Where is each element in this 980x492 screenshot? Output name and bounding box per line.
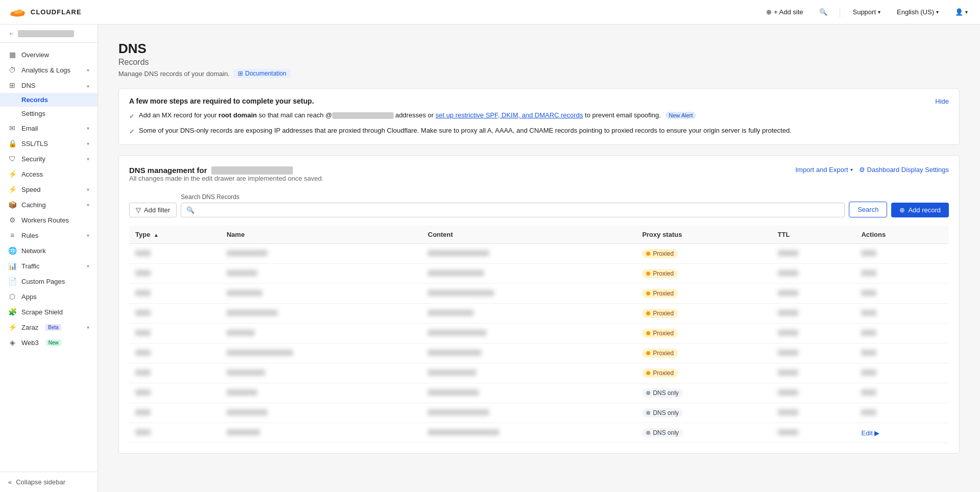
collapse-label: Collapse sidebar [16, 478, 65, 486]
alert-item-2: ✓ Some of your DNS-only records are expo… [129, 126, 949, 137]
search-button[interactable]: 🔍 [815, 6, 831, 18]
edit-link[interactable] [861, 389, 876, 396]
col-actions: Actions [855, 226, 949, 244]
language-dropdown[interactable]: English (US) ▾ [893, 6, 943, 18]
search-dns-input[interactable] [198, 203, 839, 217]
import-export-chevron-icon: ▾ [850, 167, 853, 173]
dns-management-title: DNS management for [129, 166, 324, 175]
search-btn-label: Search [857, 206, 878, 213]
custom-pages-icon: 📄 [8, 277, 16, 285]
nav-divider [840, 7, 840, 17]
sidebar-item-label: Access [21, 170, 43, 178]
cell-content [422, 423, 636, 443]
dns-management-subtitle: All changes made in the edit drawer are … [129, 175, 324, 182]
table-body: Proxied Proxied [129, 244, 949, 443]
sidebar-item-dns-records[interactable]: Records [0, 93, 97, 107]
col-name: Name [220, 226, 422, 244]
proxied-badge: Proxied [642, 309, 678, 318]
apps-icon: ⬡ [8, 292, 16, 301]
sidebar-item-dns-settings[interactable]: Settings [0, 107, 97, 120]
sidebar-item-label: Zaraz [21, 324, 38, 331]
sidebar-item-overview[interactable]: ▦ Overview [0, 47, 97, 62]
proxy-dot-icon [646, 311, 650, 315]
add-record-button[interactable]: ⊕ Add record [891, 203, 949, 217]
dns-management-header: DNS management for All changes made in t… [129, 166, 949, 190]
sidebar-item-web3[interactable]: ◈ Web3 New [0, 335, 97, 350]
user-dropdown[interactable]: 👤 ▾ [951, 6, 972, 18]
sidebar-item-speed[interactable]: ⚡ Speed ▾ [0, 182, 97, 197]
table-row: Proxied [129, 324, 949, 343]
table-row: DNS only Edit ▶ [129, 423, 949, 443]
edit-link[interactable] [861, 409, 876, 415]
cell-name [220, 423, 422, 443]
cell-proxy-status: Proxied [636, 244, 771, 264]
cell-type [129, 403, 220, 423]
sidebar-item-custom-pages[interactable]: 📄 Custom Pages [0, 274, 97, 289]
proxy-dot-icon [646, 351, 650, 355]
sidebar-item-label: Overview [21, 51, 49, 59]
search-button[interactable]: Search [849, 202, 887, 217]
edit-link[interactable]: Edit ▶ [861, 429, 879, 437]
alert-item-1: ✓ Add an MX record for your root domain … [129, 110, 949, 121]
documentation-link[interactable]: ⊞ Documentation [234, 69, 290, 78]
overview-icon: ▦ [8, 51, 16, 59]
sidebar-item-dns[interactable]: ⊞ DNS ▴ [0, 78, 97, 93]
web3-new-badge: New [46, 339, 61, 346]
col-ttl: TTL [772, 226, 855, 244]
sidebar-item-zaraz[interactable]: ⚡ Zaraz Beta ▾ [0, 319, 97, 335]
edit-link[interactable] [861, 270, 876, 276]
alert-hide-button[interactable]: Hide [935, 97, 949, 105]
sidebar-back-button[interactable]: ← [0, 24, 97, 43]
cell-ttl [772, 284, 855, 304]
sidebar-item-analytics-logs[interactable]: ⏱ Analytics & Logs ▾ [0, 62, 97, 78]
edit-link[interactable] [861, 370, 876, 376]
cell-type [129, 363, 220, 383]
cell-ttl [772, 403, 855, 423]
language-label: English (US) [897, 8, 934, 16]
sidebar-item-traffic[interactable]: 📊 Traffic ▾ [0, 258, 97, 274]
edit-link[interactable] [861, 310, 876, 316]
sidebar-item-workers-routes[interactable]: ⚙ Workers Routes [0, 212, 97, 228]
import-export-button[interactable]: Import and Export ▾ [795, 166, 852, 174]
sidebar-item-ssl-tls[interactable]: 🔒 SSL/TLS ▾ [0, 136, 97, 151]
search-filter-row: ▽ Add filter Search DNS Records 🔍 Search… [129, 193, 949, 217]
sidebar-item-label: Security [21, 155, 45, 163]
sidebar-item-caching[interactable]: 📦 Caching ▾ [0, 197, 97, 212]
dns-only-badge: DNS only [642, 408, 683, 417]
edit-link[interactable] [861, 330, 876, 336]
cell-actions [855, 244, 949, 264]
sidebar-item-label: Apps [21, 293, 37, 301]
edit-link[interactable] [861, 250, 876, 256]
cell-name [220, 304, 422, 324]
cell-proxy-status: DNS only [636, 383, 771, 403]
cell-proxy-status: Proxied [636, 304, 771, 324]
spf-dkim-link[interactable]: set up restrictive SPF, DKIM, and DMARC … [435, 111, 583, 119]
add-filter-button[interactable]: ▽ Add filter [129, 203, 177, 217]
alert-title-text: A few more steps are required to complet… [129, 97, 314, 105]
add-site-button[interactable]: ⊕ + Add site [762, 6, 807, 18]
edit-link[interactable] [861, 350, 876, 356]
cell-content [422, 343, 636, 363]
cell-proxy-status: Proxied [636, 284, 771, 304]
sidebar-item-security[interactable]: 🛡 Security ▾ [0, 151, 97, 166]
sidebar-item-label: Rules [21, 232, 38, 239]
cell-actions [855, 383, 949, 403]
edit-link[interactable] [861, 290, 876, 296]
network-icon: 🌐 [8, 247, 16, 255]
dashboard-settings-button[interactable]: ⚙ Dashboard Display Settings [859, 166, 949, 174]
cell-ttl [772, 264, 855, 284]
cell-proxy-status: Proxied [636, 264, 771, 284]
sidebar-item-access[interactable]: ⚡ Access [0, 166, 97, 182]
logo[interactable]: CLOUDFLARE [8, 6, 82, 18]
support-dropdown[interactable]: Support ▾ [848, 6, 885, 18]
cell-actions [855, 403, 949, 423]
cloudflare-logo-icon [8, 6, 27, 18]
sidebar-item-apps[interactable]: ⬡ Apps [0, 289, 97, 304]
collapse-sidebar-button[interactable]: « Collapse sidebar [0, 472, 97, 492]
sidebar-item-network[interactable]: 🌐 Network [0, 243, 97, 258]
sidebar-item-scrape-shield[interactable]: 🧩 Scrape Shield [0, 304, 97, 319]
sidebar-item-rules[interactable]: ≡ Rules ▾ [0, 228, 97, 243]
proxied-badge: Proxied [642, 289, 678, 298]
sidebar-item-email[interactable]: ✉ Email ▾ [0, 120, 97, 136]
scrape-shield-icon: 🧩 [8, 308, 16, 316]
